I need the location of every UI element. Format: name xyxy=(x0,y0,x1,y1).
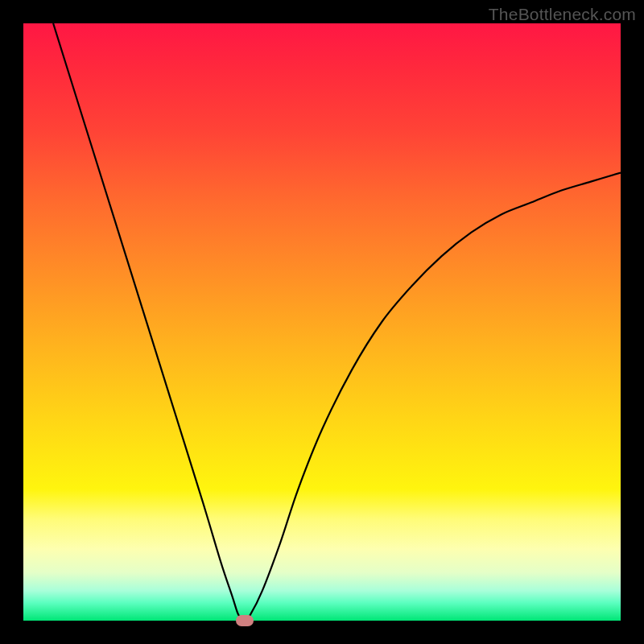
bottleneck-curve xyxy=(23,23,621,621)
watermark-text: TheBottleneck.com xyxy=(489,5,636,24)
chart-plot-area xyxy=(23,23,621,621)
optimal-point-marker xyxy=(236,615,254,626)
